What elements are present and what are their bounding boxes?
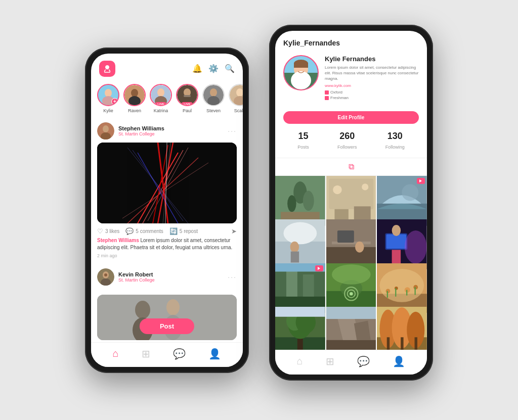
story-name-steven: Steven <box>206 108 221 113</box>
nav-user-icon[interactable]: 👤 <box>208 348 221 360</box>
comments-action[interactable]: 💬 5 comments <box>125 227 163 235</box>
story-kylie[interactable]: + Kylie <box>97 84 119 113</box>
svg-point-20 <box>103 125 109 132</box>
photo-3[interactable] <box>377 176 427 226</box>
svg-point-68 <box>283 222 317 245</box>
svg-point-4 <box>131 89 138 97</box>
story-scala[interactable]: Scala <box>229 84 243 113</box>
svg-rect-119 <box>401 337 403 349</box>
likes-action[interactable]: ♡ 3 likes <box>97 227 119 235</box>
story-paul[interactable]: LIVE Paul <box>176 84 198 113</box>
svg-point-79 <box>392 225 401 236</box>
photo-11[interactable] <box>326 307 376 349</box>
photo-6[interactable] <box>377 219 427 269</box>
nav-user-icon-2[interactable]: 👤 <box>393 355 405 367</box>
svg-rect-70 <box>291 252 299 263</box>
phones-container: 🔔 ⚙️ 🔍 <box>65 20 453 401</box>
svg-rect-51 <box>294 63 308 68</box>
video-badge-3 <box>417 178 425 184</box>
post-button[interactable]: Post <box>140 318 194 334</box>
author-name-1: Stephen Williams <box>118 125 164 131</box>
story-steven[interactable]: Steven <box>202 84 225 113</box>
phone2-bottom-nav: ⌂ ⊞ 💬 👤 <box>275 350 427 375</box>
photo-8[interactable] <box>326 263 376 313</box>
svg-rect-12 <box>184 95 191 97</box>
location-icon <box>325 90 329 95</box>
caption-author-link[interactable]: Stephen Williams <box>97 238 139 243</box>
post-2: Kevin Robert St. Martin College ··· <box>91 264 243 295</box>
story-name-raven: Raven <box>128 108 141 113</box>
svg-rect-80 <box>392 250 401 264</box>
profile-username: Kylie_Fernandes <box>283 39 419 47</box>
svg-rect-78 <box>386 235 406 249</box>
grid-tab-icon[interactable]: ⧉ <box>349 162 354 171</box>
photo-2[interactable] <box>326 176 376 226</box>
profile-info: Kylie Fernandes Lorem ipsum dolor sit am… <box>325 55 419 102</box>
profile-avatar[interactable] <box>283 55 319 90</box>
live-badge-katrina: LIVE <box>155 102 166 106</box>
edit-profile-button[interactable]: Edit Profile <box>283 111 419 124</box>
svg-point-60 <box>362 183 368 190</box>
profile-header-bar: Kylie_Fernandes <box>275 31 427 51</box>
followers-label: Followers <box>337 145 357 150</box>
svg-rect-102 <box>415 287 416 295</box>
following-count: 130 <box>385 131 405 142</box>
posts-label: Posts <box>297 145 309 150</box>
feed-header: 🔔 ⚙️ 🔍 <box>91 54 243 82</box>
author-school-2: St. Martin College <box>118 277 155 283</box>
profile-link[interactable]: www.kylik.com <box>325 83 419 88</box>
story-name-katrina: Katrina <box>154 108 168 113</box>
post-author-1: Stephen Williams St. Martin College <box>97 122 164 139</box>
reposts-action[interactable]: 🔄 5 repost <box>169 227 198 235</box>
posts-count: 15 <box>297 131 309 142</box>
photo-12[interactable] <box>377 307 427 349</box>
photo-9[interactable] <box>377 263 427 313</box>
search-icon[interactable]: 🔍 <box>225 64 235 73</box>
profile-avatar-wrap <box>283 55 319 102</box>
svg-point-59 <box>333 185 342 195</box>
svg-rect-101 <box>406 290 407 295</box>
post-more-2[interactable]: ··· <box>228 273 237 281</box>
nav-home-icon-2[interactable]: ⌂ <box>297 355 303 367</box>
tag-freshman: Freshman <box>330 96 349 100</box>
svg-point-65 <box>402 184 419 201</box>
notification-icon[interactable]: 🔔 <box>192 64 202 73</box>
followers-count: 260 <box>337 131 357 142</box>
profile-stats: 15 Posts 260 Followers 130 Following <box>275 124 427 158</box>
photo-7[interactable] <box>275 263 325 313</box>
story-name-paul: Paul <box>183 108 192 113</box>
photo-4[interactable] <box>275 219 325 269</box>
nav-chat-icon-2[interactable]: 💬 <box>357 355 370 367</box>
author-avatar-1 <box>97 122 114 139</box>
header-icons: 🔔 ⚙️ 🔍 <box>192 64 235 73</box>
photo-1[interactable] <box>275 176 325 226</box>
stories-row: + Kylie <box>91 82 243 118</box>
author-avatar-2 <box>97 268 114 286</box>
nav-chat-icon[interactable]: 💬 <box>173 348 186 360</box>
story-katrina[interactable]: LIVE Katrina <box>150 84 172 113</box>
app-logo[interactable] <box>99 61 115 77</box>
heart-icon: ♡ <box>97 227 103 235</box>
post-more-1[interactable]: ··· <box>228 127 237 135</box>
repost-icon: 🔄 <box>169 227 178 235</box>
tag-oxford: Oxford <box>330 90 342 95</box>
photo-5[interactable] <box>326 219 376 269</box>
nav-home-icon[interactable]: ⌂ <box>113 348 119 359</box>
share-icon[interactable]: ➤ <box>231 227 237 235</box>
svg-point-1 <box>105 89 112 97</box>
svg-point-39 <box>104 273 107 276</box>
author-school-1: St. Martin College <box>118 131 164 136</box>
svg-rect-109 <box>275 307 325 317</box>
photo-grid <box>275 176 427 349</box>
profile-top-section: Kylie Fernandes Lorem ipsum dolor sit am… <box>275 51 427 108</box>
svg-point-94 <box>380 269 424 302</box>
svg-point-69 <box>290 242 299 253</box>
svg-rect-120 <box>415 337 417 349</box>
settings-icon[interactable]: ⚙️ <box>208 64 219 73</box>
post-1: Stephen Williams St. Martin College ··· <box>91 118 243 264</box>
svg-point-75 <box>355 242 364 253</box>
story-raven[interactable]: Raven <box>123 84 146 113</box>
nav-grid-icon-2[interactable]: ⊞ <box>326 355 334 367</box>
nav-grid-icon[interactable]: ⊞ <box>142 348 150 360</box>
photo-10[interactable] <box>275 307 325 349</box>
